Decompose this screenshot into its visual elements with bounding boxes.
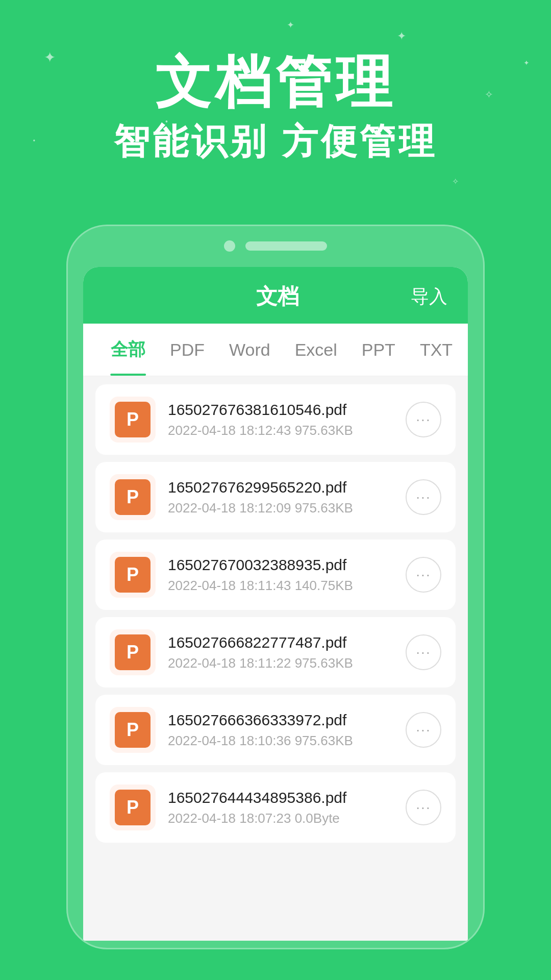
file-item[interactable]: P 165027666366333972.pdf 2022-04-18 18:1… — [95, 695, 456, 765]
file-item[interactable]: P 165027644434895386.pdf 2022-04-18 18:0… — [95, 772, 456, 843]
star-decoration: ✦ — [397, 30, 406, 43]
star-decoration: ✦ — [287, 19, 294, 31]
tab-html[interactable]: HTML — [465, 326, 468, 374]
file-meta: 2022-04-18 18:12:09 975.63KB — [168, 500, 393, 516]
main-title: 文档管理 — [0, 51, 551, 113]
app-header: 文档 导入 — [83, 267, 468, 324]
app-title: 文档 — [144, 282, 411, 311]
more-dots-icon: ··· — [416, 800, 431, 815]
file-icon-letter: P — [127, 409, 139, 430]
file-name: 165027644434895386.pdf — [168, 789, 393, 806]
file-info: 165027676299565220.pdf 2022-04-18 18:12:… — [168, 479, 393, 516]
file-meta: 2022-04-18 18:11:22 975.63KB — [168, 655, 393, 671]
file-icon-letter: P — [127, 564, 139, 585]
more-dots-icon: ··· — [416, 568, 431, 582]
star-decoration: ✧ — [452, 177, 459, 186]
file-info: 165027670032388935.pdf 2022-04-18 18:11:… — [168, 556, 393, 594]
file-name: 165027676381610546.pdf — [168, 401, 393, 419]
more-dots-icon: ··· — [416, 723, 431, 737]
header-section: 文档管理 智能识别 方便管理 — [0, 51, 551, 166]
tab-word[interactable]: Word — [217, 326, 283, 374]
tab-全部[interactable]: 全部 — [98, 324, 158, 376]
file-more-button[interactable]: ··· — [406, 557, 441, 593]
more-dots-icon: ··· — [416, 645, 431, 659]
file-icon-letter: P — [127, 797, 139, 818]
file-list: P 165027676381610546.pdf 2022-04-18 18:1… — [83, 376, 468, 851]
file-info: 165027676381610546.pdf 2022-04-18 18:12:… — [168, 401, 393, 438]
tab-excel[interactable]: Excel — [283, 326, 349, 374]
file-meta: 2022-04-18 18:07:23 0.0Byte — [168, 811, 393, 826]
file-item[interactable]: P 165027676381610546.pdf 2022-04-18 18:1… — [95, 384, 456, 455]
file-more-button[interactable]: ··· — [406, 634, 441, 670]
file-item[interactable]: P 165027670032388935.pdf 2022-04-18 18:1… — [95, 540, 456, 610]
file-name: 165027666366333972.pdf — [168, 712, 393, 729]
phone-speaker — [245, 241, 327, 251]
file-item[interactable]: P 165027666822777487.pdf 2022-04-18 18:1… — [95, 617, 456, 688]
file-more-button[interactable]: ··· — [406, 790, 441, 825]
file-icon: P — [110, 474, 156, 520]
sub-title: 智能识别 方便管理 — [0, 118, 551, 166]
file-icon: P — [110, 552, 156, 598]
file-name: 165027676299565220.pdf — [168, 479, 393, 496]
file-more-button[interactable]: ··· — [406, 402, 441, 437]
tab-pdf[interactable]: PDF — [158, 326, 217, 374]
file-item[interactable]: P 165027676299565220.pdf 2022-04-18 18:1… — [95, 462, 456, 532]
file-meta: 2022-04-18 18:12:43 975.63KB — [168, 423, 393, 438]
file-more-button[interactable]: ··· — [406, 712, 441, 748]
file-name: 165027666822777487.pdf — [168, 634, 393, 651]
phone-top-bar — [68, 226, 483, 262]
file-name: 165027670032388935.pdf — [168, 556, 393, 574]
file-icon: P — [110, 785, 156, 830]
import-button[interactable]: 导入 — [411, 284, 447, 309]
file-icon: P — [110, 397, 156, 443]
file-info: 165027666822777487.pdf 2022-04-18 18:11:… — [168, 634, 393, 671]
phone-mockup: 文档 导入 全部PDFWordExcelPPTTXTHTML P 1650276… — [66, 225, 485, 949]
file-more-button[interactable]: ··· — [406, 479, 441, 515]
file-icon-letter: P — [127, 486, 139, 508]
file-icon: P — [110, 629, 156, 675]
file-info: 165027644434895386.pdf 2022-04-18 18:07:… — [168, 789, 393, 826]
file-meta: 2022-04-18 18:10:36 975.63KB — [168, 733, 393, 749]
app-screen: 文档 导入 全部PDFWordExcelPPTTXTHTML P 1650276… — [83, 267, 468, 941]
file-icon-letter: P — [127, 642, 139, 663]
tabs-row: 全部PDFWordExcelPPTTXTHTML — [83, 324, 468, 376]
file-meta: 2022-04-18 18:11:43 140.75KB — [168, 578, 393, 594]
file-icon-letter: P — [127, 719, 139, 741]
tab-ppt[interactable]: PPT — [349, 326, 408, 374]
file-icon: P — [110, 707, 156, 753]
more-dots-icon: ··· — [416, 490, 431, 504]
file-info: 165027666366333972.pdf 2022-04-18 18:10:… — [168, 712, 393, 749]
more-dots-icon: ··· — [416, 412, 431, 427]
phone-camera — [224, 240, 235, 252]
tab-txt[interactable]: TXT — [408, 326, 465, 374]
